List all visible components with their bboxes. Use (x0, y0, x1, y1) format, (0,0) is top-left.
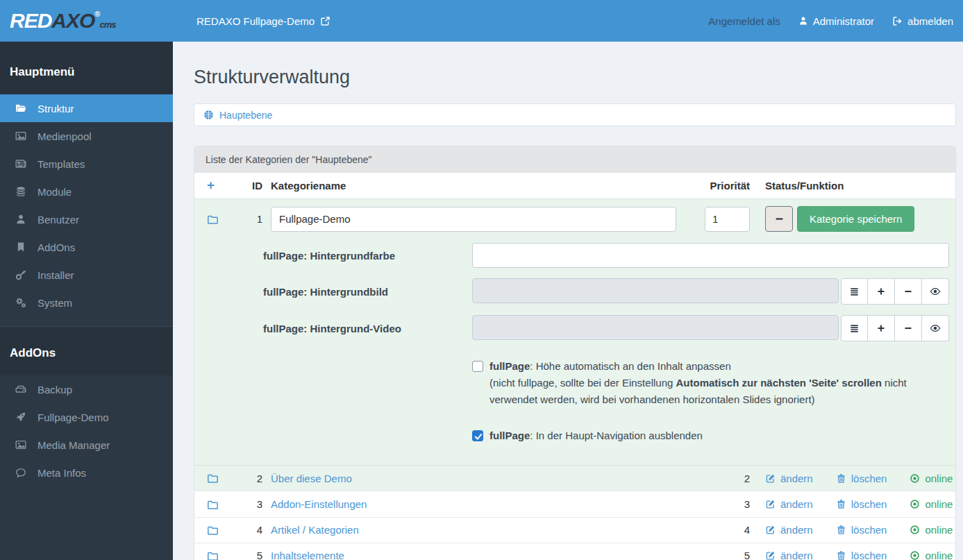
status-action[interactable]: online (910, 550, 953, 560)
sidebar-heading-addons: AddOns (0, 327, 173, 375)
hoehe-checkbox[interactable] (472, 361, 483, 372)
sidebar-item-struktur[interactable]: Struktur (0, 94, 173, 122)
delete-action[interactable]: löschen (836, 550, 887, 560)
category-link[interactable]: Artikel / Kategorien (271, 524, 359, 536)
hintergrund-video-input[interactable] (472, 315, 839, 340)
edit-icon (765, 473, 776, 484)
sidebar-item-label: Installer (37, 269, 74, 281)
sidebar-item-installer[interactable]: Installer (0, 261, 173, 289)
edit-action[interactable]: ändern (765, 473, 813, 484)
add-category-button[interactable]: + (207, 178, 215, 192)
delete-action[interactable]: löschen (836, 473, 887, 484)
delete-action[interactable]: löschen (836, 524, 887, 536)
sidebar-item-medienpool[interactable]: Medienpool (0, 122, 173, 150)
categories-panel: Liste der Kategorien der "Hauptebene" + … (194, 146, 956, 560)
category-priority: 3 (687, 498, 750, 510)
sidebar-item-label: Module (37, 186, 72, 198)
sidebar-item-benutzer[interactable]: Benutzer (0, 205, 173, 233)
sidebar-item-module[interactable]: Module (0, 178, 173, 205)
site-link[interactable]: REDAXO Fullpage-Demo (196, 15, 330, 27)
logo-registered: ® (94, 10, 99, 18)
sidebar-item-label: System (37, 297, 72, 309)
media-view-button[interactable] (922, 278, 949, 305)
user-icon (15, 214, 26, 225)
minus-icon (774, 214, 785, 224)
hintergrundbild-input[interactable] (472, 278, 839, 303)
minus-icon (903, 323, 913, 333)
save-category-button[interactable]: Kategorie speichern (797, 206, 914, 232)
sidebar-item-system[interactable]: System (0, 289, 173, 316)
folder-icon[interactable] (207, 525, 219, 536)
sidebar-item-addons[interactable]: AddOns (0, 233, 173, 261)
form-row-hintergrundfarbe: fullPage: Hintergrundfarbe (194, 243, 949, 268)
table-row-addon-einstellungen: 3 Addon-Einstellungen 3 ändern löschen o… (194, 491, 955, 516)
folder-icon[interactable] (207, 550, 219, 560)
key-icon (15, 269, 26, 280)
sidebar-item-templates[interactable]: Templates (0, 150, 173, 178)
main-content: Strukturverwaltung Hauptebene Liste der … (173, 42, 963, 560)
media-add-button[interactable] (868, 278, 895, 305)
hintergrundfarbe-input[interactable] (472, 243, 949, 268)
column-header-status: Status/Funktion (750, 180, 955, 192)
edit-action[interactable]: ändern (765, 524, 813, 536)
folder-icon[interactable] (207, 473, 219, 484)
category-link[interactable]: Addon-Einstellungen (271, 498, 367, 510)
sidebar-item-meta-infos[interactable]: Meta Infos (0, 459, 173, 486)
folder-icon (207, 214, 219, 226)
media-remove-button[interactable] (895, 315, 922, 341)
dot-circle-icon (910, 550, 920, 560)
breadcrumb-hauptebene-link[interactable]: Hauptebene (219, 110, 272, 121)
user-menu[interactable]: Administrator (798, 15, 874, 27)
eye-icon (930, 323, 941, 334)
sidebar-item-label: Benutzer (37, 214, 79, 226)
sidebar-item-label: Media Manager (37, 439, 110, 451)
field-label: fullPage: Hintergrundfarbe (194, 250, 472, 262)
category-edit-block: 1 Kategorie speichern fullPage: Hintergr… (194, 199, 955, 466)
trash-icon (836, 473, 846, 484)
sidebar-item-label: Templates (37, 158, 85, 170)
sidebar-item-label: Backup (37, 384, 72, 396)
category-link[interactable]: Über diese Demo (271, 473, 352, 484)
checkbox-row-hoehe: fullPage: Höhe automatisch an den Inhalt… (472, 358, 949, 408)
media-remove-button[interactable] (895, 278, 922, 305)
status-action[interactable]: online (910, 498, 953, 510)
image-icon (15, 439, 26, 450)
collapse-metadata-button[interactable] (765, 206, 793, 232)
category-id: 5 (239, 550, 262, 560)
table-row-ueber-diese-demo: 2 Über diese Demo 2 ändern löschen onlin… (194, 466, 955, 491)
category-name-input[interactable] (271, 207, 676, 232)
category-edit-row: 1 Kategorie speichern (194, 199, 955, 239)
column-header-id: ID (239, 180, 262, 192)
folder-icon[interactable] (207, 499, 219, 511)
logo-axo: AXO (51, 9, 94, 32)
media-select-button[interactable] (841, 315, 868, 341)
navigation-ausblenden-checkbox[interactable] (472, 430, 483, 441)
top-bar-right: Angemeldet als Administrator abmelden (708, 15, 953, 27)
media-view-button[interactable] (922, 315, 949, 341)
form-row-hintergrundbild: fullPage: Hintergrundbild (194, 278, 949, 305)
status-action[interactable]: online (910, 473, 953, 484)
media-add-button[interactable] (868, 315, 895, 341)
database-icon (15, 186, 26, 197)
checkbox-label: : Höhe automatisch an den Inhalt anpasse… (530, 360, 730, 372)
category-priority: 4 (687, 524, 750, 536)
edit-icon (765, 525, 776, 535)
redaxo-logo[interactable]: REDAXO®cms (0, 10, 173, 31)
edit-action[interactable]: ändern (765, 550, 813, 560)
image-icon (15, 130, 26, 142)
media-select-button[interactable] (841, 278, 868, 305)
delete-action[interactable]: löschen (836, 498, 887, 510)
category-id: 3 (239, 498, 262, 510)
category-link[interactable]: Inhaltselemente (271, 550, 344, 560)
sidebar-item-backup[interactable]: Backup (0, 375, 173, 403)
status-action[interactable]: online (910, 524, 953, 536)
priority-input[interactable] (705, 207, 750, 232)
logout-link[interactable]: abmelden (892, 15, 953, 27)
edit-action[interactable]: ändern (765, 498, 813, 510)
hdd-icon (15, 384, 26, 395)
sidebar-item-label: Medienpool (37, 130, 92, 142)
checkbox-label-bold: fullPage (489, 430, 530, 441)
bars-icon (849, 287, 860, 297)
sidebar-item-fullpage-demo[interactable]: Fullpage-Demo (0, 403, 173, 431)
sidebar-item-media-manager[interactable]: Media Manager (0, 431, 173, 459)
